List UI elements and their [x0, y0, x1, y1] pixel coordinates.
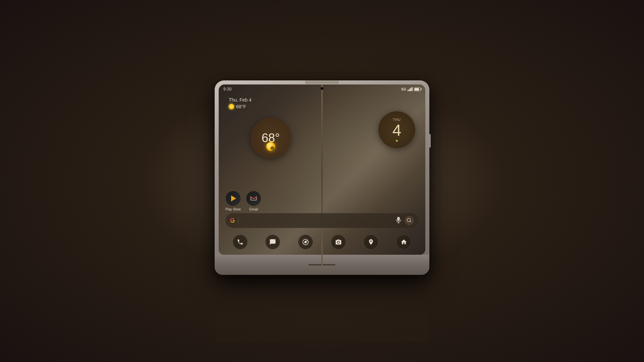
- gmail-icon-item[interactable]: Gmail: [246, 191, 261, 211]
- weather-widget[interactable]: 68°: [251, 118, 291, 158]
- device-shell: 9:30 5G: [215, 80, 429, 275]
- svg-point-7: [337, 241, 339, 243]
- dock-home[interactable]: [396, 235, 411, 249]
- clock-widget[interactable]: THU 4: [378, 111, 415, 148]
- gmail-label: Gmail: [249, 207, 258, 211]
- gmail-svg: [249, 195, 258, 202]
- play-store-icon-item[interactable]: Play Store: [225, 191, 241, 211]
- chrome-svg: [302, 239, 309, 245]
- home-svg: [400, 239, 407, 245]
- clock-indicator-dot: [396, 140, 398, 142]
- network-label: 5G: [401, 87, 406, 91]
- cloud-overlay: [270, 146, 274, 150]
- google-g-logo: G: [230, 217, 235, 224]
- play-store-triangle: [231, 195, 236, 201]
- search-divider: [238, 217, 238, 224]
- weather-sun-container: [266, 143, 276, 151]
- gmail-icon[interactable]: [246, 191, 261, 206]
- device-wrapper: 9:30 5G: [215, 80, 429, 282]
- clock-number: 4: [392, 122, 401, 138]
- front-camera: [321, 87, 323, 90]
- battery-icon: [414, 87, 421, 91]
- signal-bar-4: [412, 87, 413, 91]
- dock-phone[interactable]: [233, 235, 248, 249]
- mic-svg: [396, 217, 401, 223]
- hinge-top: [305, 80, 339, 84]
- clock-day: THU: [393, 118, 401, 122]
- signal-bar-2: [409, 89, 410, 91]
- play-store-label: Play Store: [225, 207, 241, 211]
- dock-camera[interactable]: [331, 235, 346, 249]
- search-lens-icon[interactable]: [405, 216, 414, 225]
- battery-fill: [415, 88, 419, 90]
- lens-svg: [407, 218, 412, 223]
- widget-temp-row: 68°F: [229, 104, 252, 109]
- weather-temp-display: 68°: [262, 132, 280, 144]
- dock-messages[interactable]: [265, 235, 280, 249]
- status-time: 9:30: [223, 87, 232, 92]
- dock-maps[interactable]: [364, 235, 378, 249]
- maps-svg: [368, 239, 374, 245]
- signal-bar-3: [410, 88, 411, 91]
- device-reflection: [215, 282, 429, 342]
- messages-svg: [269, 239, 276, 245]
- svg-rect-0: [397, 217, 400, 221]
- widget-temperature: 68°F: [236, 104, 246, 109]
- app-icons-row: Play Store: [225, 191, 261, 211]
- signal-bar-1: [408, 90, 409, 91]
- svg-rect-4: [410, 221, 412, 223]
- svg-point-8: [370, 240, 372, 242]
- weather-sun-icon: [266, 142, 275, 151]
- camera-svg: [335, 239, 342, 245]
- date-weather-widget[interactable]: Thu, Feb 4 68°F: [229, 97, 252, 109]
- search-bar[interactable]: G: [225, 213, 419, 228]
- status-icons: 5G: [401, 87, 421, 91]
- play-store-icon[interactable]: [226, 191, 240, 206]
- phone-svg: [237, 239, 244, 245]
- signal-icon: [408, 87, 413, 91]
- dock-chrome[interactable]: [298, 235, 313, 249]
- dock: [224, 233, 420, 251]
- background: 9:30 5G: [0, 0, 644, 362]
- sun-icon-small: [229, 104, 234, 109]
- widget-date: Thu, Feb 4: [229, 97, 252, 103]
- search-mic-icon[interactable]: [396, 217, 401, 225]
- power-button[interactable]: [429, 134, 431, 147]
